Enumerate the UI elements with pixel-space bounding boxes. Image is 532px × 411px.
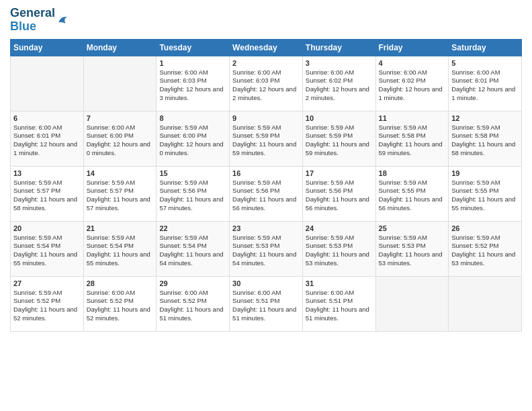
day-detail: Daylight: 11 hours and 58 minutes. xyxy=(13,195,81,213)
day-detail: Daylight: 11 hours and 52 minutes. xyxy=(13,306,81,323)
day-number: 23 xyxy=(232,224,300,232)
day-detail: Daylight: 11 hours and 51 minutes. xyxy=(232,306,300,323)
day-detail: Sunrise: 6:00 AM xyxy=(13,124,81,132)
calendar-cell: 8Sunrise: 5:59 AMSunset: 6:00 PMDaylight… xyxy=(157,111,230,166)
calendar-cell: 20Sunrise: 5:59 AMSunset: 5:54 PMDayligh… xyxy=(11,221,84,276)
day-number: 11 xyxy=(379,114,446,122)
day-header-friday: Friday xyxy=(375,39,449,56)
day-detail: Sunset: 5:56 PM xyxy=(306,187,373,195)
day-number: 14 xyxy=(87,169,154,177)
day-detail: Sunrise: 5:59 AM xyxy=(451,124,519,132)
calendar-cell: 23Sunrise: 5:59 AMSunset: 5:53 PMDayligh… xyxy=(230,221,303,276)
day-detail: Daylight: 11 hours and 56 minutes. xyxy=(379,195,446,213)
day-detail: Sunrise: 5:59 AM xyxy=(451,179,519,187)
day-header-thursday: Thursday xyxy=(302,39,375,56)
day-number: 30 xyxy=(232,279,300,287)
day-number: 22 xyxy=(159,224,226,232)
calendar-cell: 25Sunrise: 5:59 AMSunset: 5:53 PMDayligh… xyxy=(375,221,449,276)
calendar-cell: 22Sunrise: 5:59 AMSunset: 5:54 PMDayligh… xyxy=(157,221,230,276)
day-detail: Daylight: 12 hours and 0 minutes. xyxy=(159,140,226,158)
day-detail: Daylight: 12 hours and 3 minutes. xyxy=(159,85,226,103)
day-number: 21 xyxy=(87,224,154,232)
day-detail: Sunset: 5:52 PM xyxy=(13,297,81,306)
calendar-cell xyxy=(375,276,449,331)
day-detail: Daylight: 11 hours and 53 minutes. xyxy=(451,250,519,268)
calendar-cell: 12Sunrise: 5:59 AMSunset: 5:58 PMDayligh… xyxy=(449,111,522,166)
calendar-cell: 26Sunrise: 5:59 AMSunset: 5:52 PMDayligh… xyxy=(449,221,522,276)
calendar-header-row: SundayMondayTuesdayWednesdayThursdayFrid… xyxy=(11,39,522,56)
day-detail: Sunset: 5:53 PM xyxy=(379,242,446,250)
day-detail: Daylight: 11 hours and 53 minutes. xyxy=(306,250,373,268)
day-number: 31 xyxy=(306,279,373,287)
day-number: 6 xyxy=(13,114,81,122)
calendar-cell: 13Sunrise: 5:59 AMSunset: 5:57 PMDayligh… xyxy=(11,166,84,221)
day-detail: Sunset: 5:54 PM xyxy=(87,242,154,250)
day-detail: Sunrise: 6:00 AM xyxy=(306,68,373,77)
day-detail: Sunrise: 5:59 AM xyxy=(232,234,300,242)
day-detail: Daylight: 12 hours and 2 minutes. xyxy=(232,85,300,103)
day-detail: Sunrise: 6:00 AM xyxy=(232,68,300,77)
calendar-week-2: 6Sunrise: 6:00 AMSunset: 6:01 PMDaylight… xyxy=(11,111,522,166)
day-detail: Sunrise: 5:59 AM xyxy=(306,124,373,132)
day-detail: Sunset: 5:52 PM xyxy=(87,297,154,306)
day-detail: Sunset: 6:03 PM xyxy=(159,77,226,85)
day-detail: Daylight: 11 hours and 56 minutes. xyxy=(306,195,373,213)
calendar-cell: 31Sunrise: 6:00 AMSunset: 5:51 PMDayligh… xyxy=(302,276,375,331)
day-detail: Sunset: 6:01 PM xyxy=(13,132,81,140)
calendar-cell: 19Sunrise: 5:59 AMSunset: 5:55 PMDayligh… xyxy=(449,166,522,221)
day-header-monday: Monday xyxy=(83,39,157,56)
calendar-cell: 7Sunrise: 6:00 AMSunset: 6:00 PMDaylight… xyxy=(83,111,157,166)
calendar-cell: 18Sunrise: 5:59 AMSunset: 5:55 PMDayligh… xyxy=(375,166,449,221)
day-detail: Daylight: 11 hours and 55 minutes. xyxy=(87,250,154,268)
day-number: 1 xyxy=(159,59,226,67)
calendar-cell: 21Sunrise: 5:59 AMSunset: 5:54 PMDayligh… xyxy=(83,221,157,276)
day-detail: Sunset: 6:02 PM xyxy=(379,77,446,85)
day-detail: Daylight: 11 hours and 59 minutes. xyxy=(379,140,446,158)
day-number: 19 xyxy=(451,169,519,177)
calendar-cell xyxy=(449,276,522,331)
day-detail: Sunset: 5:51 PM xyxy=(306,297,373,306)
day-number: 18 xyxy=(379,169,446,177)
day-header-wednesday: Wednesday xyxy=(230,39,303,56)
calendar-cell: 9Sunrise: 5:59 AMSunset: 5:59 PMDaylight… xyxy=(230,111,303,166)
calendar-cell: 30Sunrise: 6:00 AMSunset: 5:51 PMDayligh… xyxy=(230,276,303,331)
day-detail: Sunrise: 5:59 AM xyxy=(159,124,226,132)
day-detail: Sunrise: 5:59 AM xyxy=(232,124,300,132)
day-detail: Daylight: 11 hours and 58 minutes. xyxy=(451,140,519,158)
day-detail: Daylight: 12 hours and 1 minute. xyxy=(451,85,519,103)
day-detail: Sunset: 5:59 PM xyxy=(232,132,300,140)
day-detail: Daylight: 11 hours and 54 minutes. xyxy=(159,250,226,268)
day-detail: Sunrise: 5:59 AM xyxy=(159,234,226,242)
day-detail: Daylight: 11 hours and 51 minutes. xyxy=(159,306,226,323)
day-detail: Daylight: 11 hours and 55 minutes. xyxy=(451,195,519,213)
day-detail: Sunset: 5:57 PM xyxy=(13,187,81,195)
day-detail: Sunset: 5:58 PM xyxy=(451,132,519,140)
day-number: 20 xyxy=(13,224,81,232)
day-number: 16 xyxy=(232,169,300,177)
day-detail: Daylight: 11 hours and 52 minutes. xyxy=(87,306,154,323)
day-header-sunday: Sunday xyxy=(11,39,84,56)
calendar-cell: 4Sunrise: 6:00 AMSunset: 6:02 PMDaylight… xyxy=(375,56,449,111)
calendar-cell: 11Sunrise: 5:59 AMSunset: 5:58 PMDayligh… xyxy=(375,111,449,166)
day-detail: Sunrise: 5:59 AM xyxy=(379,179,446,187)
day-number: 10 xyxy=(306,114,373,122)
day-detail: Sunset: 5:55 PM xyxy=(379,187,446,195)
calendar-cell: 5Sunrise: 6:00 AMSunset: 6:01 PMDaylight… xyxy=(449,56,522,111)
day-detail: Sunrise: 5:59 AM xyxy=(87,234,154,242)
day-number: 2 xyxy=(232,59,300,67)
day-detail: Sunrise: 5:59 AM xyxy=(451,234,519,242)
day-detail: Sunrise: 5:59 AM xyxy=(13,179,81,187)
day-detail: Sunset: 6:00 PM xyxy=(87,132,154,140)
day-detail: Sunrise: 5:59 AM xyxy=(232,179,300,187)
day-number: 27 xyxy=(13,279,81,287)
calendar-cell: 27Sunrise: 5:59 AMSunset: 5:52 PMDayligh… xyxy=(11,276,84,331)
day-number: 24 xyxy=(306,224,373,232)
day-detail: Sunrise: 6:00 AM xyxy=(159,289,226,298)
main-container: GeneralBlue SundayMondayTuesdayWednesday… xyxy=(0,0,532,338)
day-detail: Sunrise: 5:59 AM xyxy=(13,289,81,298)
day-detail: Daylight: 11 hours and 57 minutes. xyxy=(159,195,226,213)
day-number: 7 xyxy=(87,114,154,122)
calendar-cell: 24Sunrise: 5:59 AMSunset: 5:53 PMDayligh… xyxy=(302,221,375,276)
day-detail: Sunset: 5:51 PM xyxy=(232,297,300,306)
day-number: 25 xyxy=(379,224,446,232)
